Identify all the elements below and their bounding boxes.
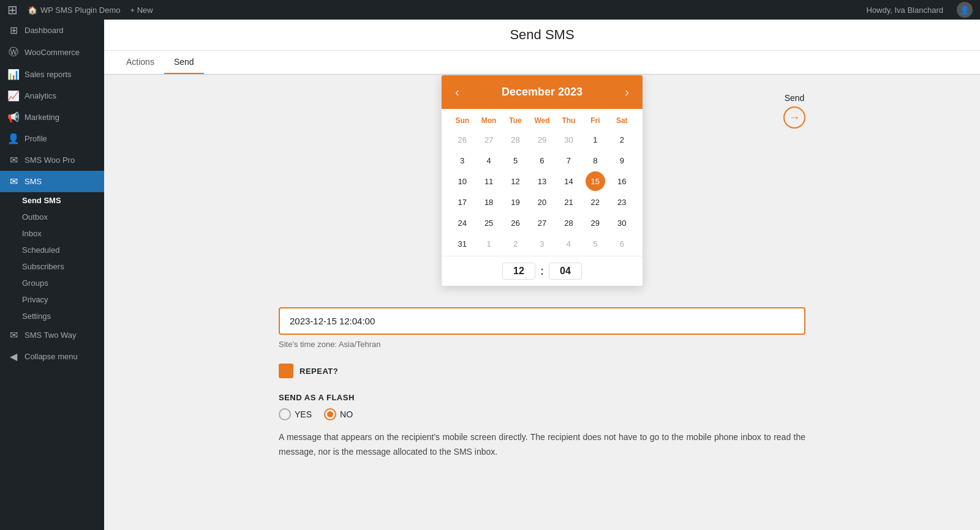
page-header: Send SMS: [104, 20, 980, 51]
tab-send[interactable]: Send: [164, 51, 204, 74]
sidebar-item-collapse[interactable]: ◀ Collapse menu: [0, 346, 104, 367]
sidebar-sub-inbox[interactable]: Inbox: [0, 225, 104, 242]
calendar-day[interactable]: 17: [453, 192, 472, 212]
calendar-day[interactable]: 23: [612, 192, 631, 212]
calendar-day[interactable]: 5: [506, 151, 526, 170]
sidebar-sub-send-sms[interactable]: Send SMS: [0, 192, 104, 209]
yes-label: YES: [295, 409, 312, 419]
sidebar-item-analytics[interactable]: 📈 Analytics: [0, 85, 104, 106]
calendar-day[interactable]: 30: [559, 130, 578, 149]
sidebar-item-profile[interactable]: 👤 Profile: [0, 128, 104, 149]
new-button[interactable]: + New: [130, 6, 153, 15]
sidebar-sub-privacy[interactable]: Privacy: [0, 291, 104, 308]
tab-actions[interactable]: Actions: [116, 51, 164, 74]
hour-input[interactable]: [502, 263, 535, 280]
calendar-day[interactable]: 27: [532, 213, 552, 233]
sidebar-item-label: Marketing: [24, 113, 59, 122]
minute-input[interactable]: [549, 263, 582, 280]
calendar-day[interactable]: 5: [586, 234, 605, 253]
flash-section: SEND AS A FLASH YES NO A message that ap…: [279, 393, 805, 460]
calendar-day[interactable]: 15: [586, 171, 605, 191]
calendar-day[interactable]: 25: [479, 213, 499, 233]
avatar: 👤: [957, 2, 973, 18]
send-button[interactable]: →: [783, 106, 805, 129]
topbar: ⊞ 🏠 WP SMS Plugin Demo + New Howdy, Iva …: [0, 0, 980, 20]
calendar-day[interactable]: 10: [453, 171, 472, 191]
calendar-day[interactable]: 7: [559, 151, 578, 170]
sidebar-item-label: Sales reports: [24, 70, 72, 79]
calendar-day[interactable]: 28: [506, 130, 526, 149]
yes-radio-circle[interactable]: [279, 408, 291, 420]
calendar-day[interactable]: 3: [453, 151, 472, 170]
sidebar-item-sales-reports[interactable]: 📊 Sales reports: [0, 64, 104, 85]
calendar-day[interactable]: 18: [479, 192, 499, 212]
calendar-day[interactable]: 8: [586, 151, 605, 170]
prev-month-button[interactable]: ‹: [451, 84, 463, 100]
flash-description: A message that appears on the recipient'…: [279, 430, 805, 460]
sidebar-item-sms-two-way[interactable]: ✉ SMS Two Way: [0, 324, 104, 346]
calendar-day[interactable]: 16: [612, 171, 631, 191]
content-area: Send → ‹ December 2023 ›: [266, 75, 818, 478]
sidebar-item-sms-woo-pro[interactable]: ✉ SMS Woo Pro: [0, 149, 104, 171]
main-content: Send SMS Actions Send Send → ‹: [104, 20, 980, 530]
calendar-day[interactable]: 26: [453, 130, 472, 149]
sidebar-sub-groups[interactable]: Groups: [0, 275, 104, 291]
sidebar-sub-outbox[interactable]: Outbox: [0, 209, 104, 225]
site-link[interactable]: 🏠 WP SMS Plugin Demo: [28, 6, 121, 15]
sidebar-item-sms[interactable]: ✉ SMS: [0, 171, 104, 192]
sms-icon: ✉: [7, 176, 20, 187]
repeat-checkbox[interactable]: [279, 364, 293, 378]
page-title: Send SMS: [510, 27, 574, 43]
time-colon: :: [540, 265, 544, 278]
calendar-day[interactable]: 29: [586, 213, 605, 233]
next-month-button[interactable]: ›: [621, 84, 633, 100]
calendar-day[interactable]: 6: [532, 151, 552, 170]
calendar-day[interactable]: 22: [586, 192, 605, 212]
user-greeting: Howdy, Iva Blanchard: [867, 6, 944, 15]
calendar-day[interactable]: 4: [559, 234, 578, 253]
calendar-day[interactable]: 13: [532, 171, 552, 191]
sidebar-item-label: Profile: [24, 134, 47, 143]
calendar-day[interactable]: 24: [453, 213, 472, 233]
flash-options: YES NO: [279, 408, 805, 420]
calendar-day[interactable]: 14: [559, 171, 578, 191]
calendar-day[interactable]: 11: [479, 171, 499, 191]
sidebar-sub-settings[interactable]: Settings: [0, 308, 104, 324]
wp-logo-icon: ⊞: [7, 2, 18, 17]
calendar-wrapper: ‹ December 2023 › Sun Mon Tue W: [441, 75, 643, 286]
day-label-tue: Tue: [502, 114, 529, 127]
calendar-day[interactable]: 29: [532, 130, 552, 149]
calendar-day[interactable]: 21: [559, 192, 578, 212]
sidebar: ⊞ Dashboard Ⓦ WooCommerce 📊 Sales report…: [0, 20, 104, 530]
calendar-day[interactable]: 19: [506, 192, 526, 212]
sidebar-item-woocommerce[interactable]: Ⓦ WooCommerce: [0, 41, 104, 64]
calendar-day[interactable]: 1: [479, 234, 499, 253]
calendar-day[interactable]: 2: [506, 234, 526, 253]
calendar-month: December: [502, 86, 555, 98]
new-label: + New: [130, 6, 153, 15]
calendar-day[interactable]: 9: [612, 151, 631, 170]
sms-woo-pro-icon: ✉: [7, 154, 20, 166]
calendar-day[interactable]: 27: [479, 130, 499, 149]
send-column: Send →: [783, 93, 805, 129]
calendar-day[interactable]: 20: [532, 192, 552, 212]
calendar-day[interactable]: 26: [506, 213, 526, 233]
calendar-day[interactable]: 2: [612, 130, 631, 149]
calendar-day[interactable]: 31: [453, 234, 472, 253]
datetime-input[interactable]: [279, 307, 805, 335]
no-radio-circle[interactable]: [324, 408, 336, 420]
sidebar-sub-subscribers[interactable]: Subscribers: [0, 258, 104, 275]
calendar-day[interactable]: 12: [506, 171, 526, 191]
calendar-day[interactable]: 3: [532, 234, 552, 253]
calendar-day[interactable]: 6: [612, 234, 631, 253]
sidebar-item-marketing[interactable]: 📢 Marketing: [0, 106, 104, 128]
calendar-day[interactable]: 28: [559, 213, 578, 233]
flash-no-option[interactable]: NO: [324, 408, 353, 420]
sidebar-sub-scheduled[interactable]: Scheduled: [0, 242, 104, 258]
flash-yes-option[interactable]: YES: [279, 408, 312, 420]
calendar-day[interactable]: 4: [479, 151, 499, 170]
calendar-day[interactable]: 1: [586, 130, 605, 149]
calendar-day[interactable]: 30: [612, 213, 631, 233]
calendar-year: 2023: [558, 86, 582, 98]
sidebar-item-dashboard[interactable]: ⊞ Dashboard: [0, 20, 104, 41]
